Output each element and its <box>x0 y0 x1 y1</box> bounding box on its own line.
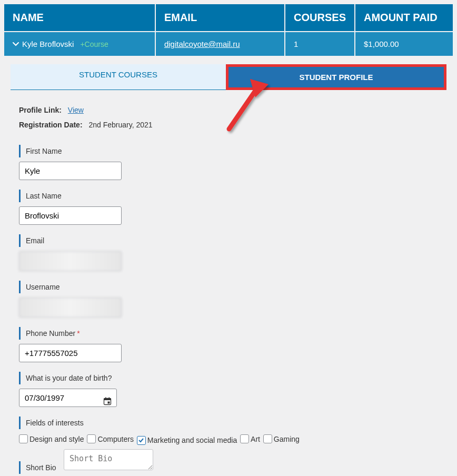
email-field-redacted[interactable] <box>19 251 122 271</box>
student-courses-count: 1 <box>285 32 354 56</box>
phone-label: Phone Number* <box>19 327 85 340</box>
dob-label: What is your date of birth? <box>19 372 117 384</box>
interests-label: Fields of interests <box>19 417 89 429</box>
last-name-label: Last Name <box>19 190 67 202</box>
bio-label: Short Bio <box>19 461 62 474</box>
checkbox-marketing-label: Marketing and social media <box>147 436 237 444</box>
col-courses: COURSES <box>285 4 354 31</box>
add-course-link[interactable]: +Course <box>80 40 108 48</box>
checkbox-gaming-label: Gaming <box>274 435 300 443</box>
checkbox-design[interactable]: Design and style <box>19 434 84 443</box>
student-email-link[interactable]: digitalcoyote@mail.ru <box>164 39 240 48</box>
checkbox-computers[interactable]: Computers <box>87 434 133 443</box>
tab-student-profile[interactable]: STUDENT PROFILE <box>226 64 446 90</box>
tabs: STUDENT COURSES STUDENT PROFILE <box>3 64 454 90</box>
dob-input[interactable] <box>19 389 117 407</box>
checkbox-art-label: Art <box>251 435 260 443</box>
checkbox-gaming[interactable]: Gaming <box>263 434 300 443</box>
profile-link-label: Profile Link: <box>19 106 62 114</box>
checkbox-design-label: Design and style <box>29 435 84 443</box>
checkbox-art[interactable]: Art <box>240 434 260 443</box>
profile-link-view[interactable]: View <box>68 106 84 114</box>
tab-student-courses[interactable]: STUDENT COURSES <box>11 64 226 90</box>
student-amount-paid: $1,000.00 <box>355 32 453 56</box>
col-email: EMAIL <box>156 4 284 31</box>
checkbox-computers-label: Computers <box>97 435 133 443</box>
email-label: Email <box>19 234 49 247</box>
phone-input[interactable] <box>19 344 122 362</box>
student-table: NAME EMAIL COURSES AMOUNT PAID Kyle Brof… <box>3 3 454 57</box>
student-name[interactable]: Kyle Broflovski <box>22 39 74 48</box>
username-field-redacted[interactable] <box>19 298 122 318</box>
last-name-input[interactable] <box>19 206 122 225</box>
username-label: Username <box>19 281 65 293</box>
col-amount: AMOUNT PAID <box>355 4 453 31</box>
registration-date-value: 2nd February, 2021 <box>88 121 152 129</box>
profile-form: Profile Link: View Registration Date: 2n… <box>3 90 454 476</box>
col-name: NAME <box>4 4 155 31</box>
bio-textarea[interactable] <box>64 449 153 470</box>
first-name-label: First Name <box>19 145 67 157</box>
registration-date-label: Registration Date: <box>19 121 83 129</box>
table-row: Kyle Broflovski +Course digitalcoyote@ma… <box>4 32 453 56</box>
first-name-input[interactable] <box>19 162 122 180</box>
chevron-down-icon[interactable] <box>13 39 19 48</box>
checkbox-marketing[interactable]: Marketing and social media <box>137 436 237 445</box>
